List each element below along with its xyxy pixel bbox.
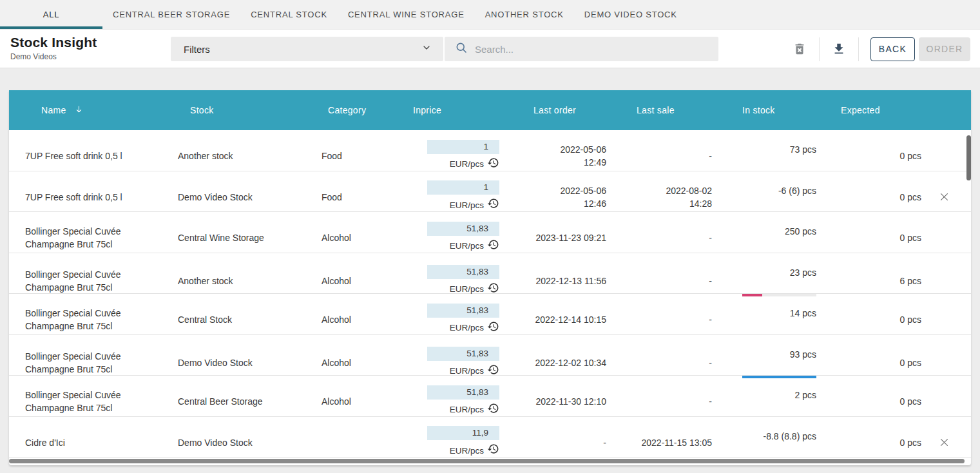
cell-in-stock: -8.8 (8.8) pcs	[712, 417, 816, 466]
cell-last-order: 2022-12-02 10:34	[499, 356, 606, 369]
column-header-last-sale[interactable]: Last sale	[606, 105, 712, 115]
cell-name: 7UP Free soft drink 0,5 l	[9, 150, 169, 162]
cell-expected: 6 pcs	[816, 275, 921, 287]
toolbar: Stock Insight Demo Videos Filters BA	[0, 30, 980, 68]
inprice-unit: EUR/pcs	[450, 365, 484, 378]
cell-last-sale: -	[606, 275, 712, 287]
in-stock-value: 23 pcs	[712, 266, 816, 279]
table-row[interactable]: 7UP Free soft drink 0,5 l Demo Video Sto…	[9, 171, 971, 213]
cell-last-order: -	[499, 436, 606, 449]
vertical-scrollbar[interactable]	[966, 135, 971, 180]
in-stock-value: -8.8 (8.8) pcs	[712, 430, 816, 443]
cell-inprice: 51,83 EUR/pcs	[402, 304, 499, 336]
download-icon[interactable]	[831, 41, 847, 57]
table-row[interactable]: Bollinger Special Cuvée Champagne Brut 7…	[9, 335, 971, 376]
table-row[interactable]: Cidre d'Ici Demo Video Stock 11,9 EUR/pc…	[9, 417, 971, 458]
price-history-icon[interactable]	[487, 402, 499, 418]
column-header-in-stock[interactable]: In stock	[712, 105, 816, 115]
page-subtitle: Demo Videos	[10, 52, 97, 61]
price-history-icon[interactable]	[487, 363, 499, 380]
price-history-icon[interactable]	[487, 320, 499, 336]
in-stock-value: -6 (6) pcs	[712, 184, 816, 197]
cell-name: Bollinger Special Cuvée Champagne Brut 7…	[9, 307, 169, 333]
inprice-value: 51,83	[427, 304, 499, 318]
table-row[interactable]: 7UP Free soft drink 0,5 l Another stock …	[9, 130, 971, 171]
cell-last-sale: -	[606, 150, 712, 162]
in-stock-value: 73 pcs	[712, 143, 816, 156]
cell-stock: Central Wine Storage	[169, 231, 312, 244]
tab-label: DEMO VIDEO STOCK	[584, 10, 677, 19]
price-history-icon[interactable]	[487, 197, 499, 213]
cell-last-order: 2022-12-13 11:56	[499, 275, 606, 287]
tab-another-stock[interactable]: ANOTHER STOCK	[475, 0, 574, 29]
inprice-unit: EUR/pcs	[450, 240, 484, 253]
cell-expected: 0 pcs	[816, 231, 921, 244]
tab-central-beer-storage[interactable]: CENTRAL BEER STORAGE	[102, 0, 240, 29]
tab-label: ALL	[43, 10, 60, 19]
cell-category: Food	[312, 150, 402, 162]
filters-dropdown[interactable]: Filters	[171, 37, 443, 61]
remove-row-icon[interactable]	[938, 191, 950, 203]
cell-stock: Another stock	[169, 275, 312, 287]
tab-demo-video-stock[interactable]: DEMO VIDEO STOCK	[574, 0, 687, 29]
cell-name: Bollinger Special Cuvée Champagne Brut 7…	[9, 350, 169, 376]
search-box	[445, 37, 718, 61]
price-history-icon[interactable]	[487, 238, 499, 255]
column-header-stock[interactable]: Stock	[169, 105, 312, 115]
cell-stock: Demo Video Stock	[169, 436, 312, 449]
column-label: Name	[41, 105, 66, 115]
cell-expected: 0 pcs	[816, 191, 921, 204]
cell-last-order: 2022-05-06 12:49	[499, 143, 606, 169]
inprice-unit: EUR/pcs	[450, 158, 484, 171]
inprice-value: 51,83	[427, 265, 499, 279]
inprice-value: 51,83	[427, 347, 499, 361]
table-row[interactable]: Bollinger Special Cuvée Champagne Brut 7…	[9, 253, 971, 294]
cell-stock: Central Stock	[169, 313, 312, 326]
cell-expected: 0 pcs	[816, 313, 921, 326]
remove-row-icon[interactable]	[938, 437, 950, 449]
column-header-last-order[interactable]: Last order	[499, 105, 606, 115]
column-header-category[interactable]: Category	[312, 105, 402, 115]
column-header-expected[interactable]: Expected	[816, 105, 921, 115]
sort-arrow-down-icon	[74, 104, 84, 117]
cell-last-sale: -	[606, 313, 712, 326]
price-history-icon[interactable]	[487, 443, 499, 459]
stock-table-card: Name Stock Category Inprice Last order L…	[9, 90, 971, 465]
search-input[interactable]	[475, 44, 711, 55]
cell-expected: 0 pcs	[816, 395, 921, 408]
toolbar-actions: BACK ORDER	[792, 37, 970, 61]
price-history-icon[interactable]	[487, 157, 499, 173]
table-row[interactable]: Bollinger Special Cuvée Champagne Brut 7…	[9, 294, 971, 335]
table-row[interactable]: Bollinger Special Cuvée Champagne Brut 7…	[9, 212, 971, 253]
column-header-inprice[interactable]: Inprice	[402, 105, 499, 115]
cell-name: Bollinger Special Cuvée Champagne Brut 7…	[9, 268, 169, 294]
price-history-icon[interactable]	[487, 282, 499, 298]
order-button[interactable]: ORDER	[919, 37, 970, 61]
inprice-value: 1	[427, 140, 499, 154]
cell-inprice: 11,9 EUR/pcs	[402, 426, 499, 459]
column-header-name[interactable]: Name	[9, 104, 169, 117]
tab-label: CENTRAL BEER STORAGE	[113, 10, 230, 19]
inprice-unit: EUR/pcs	[450, 283, 484, 296]
table-header: Name Stock Category Inprice Last order L…	[9, 90, 971, 130]
in-stock-value: 2 pcs	[712, 389, 816, 401]
horizontal-scrollbar[interactable]	[9, 459, 965, 463]
search-icon	[455, 41, 468, 57]
tab-all[interactable]: ALL	[0, 0, 102, 29]
cell-inprice: 1 EUR/pcs	[402, 140, 499, 173]
tab-central-wine-storage[interactable]: CENTRAL WINE STORAGE	[338, 0, 475, 29]
cell-stock: Central Beer Storage	[169, 395, 312, 408]
inprice-value: 1	[427, 180, 499, 195]
tab-label: CENTRAL WINE STORAGE	[348, 10, 465, 19]
table-row[interactable]: Bollinger Special Cuvée Champagne Brut 7…	[9, 376, 971, 417]
inprice-unit: EUR/pcs	[450, 403, 484, 416]
stock-insight-screen: ALLCENTRAL BEER STORAGECENTRAL STOCKCENT…	[0, 0, 980, 473]
tab-central-stock[interactable]: CENTRAL STOCK	[240, 0, 338, 29]
cell-expected: 0 pcs	[816, 150, 921, 162]
cell-last-order: 2022-05-06 12:46	[499, 184, 606, 210]
cell-inprice: 1 EUR/pcs	[402, 180, 499, 213]
cell-name: Bollinger Special Cuvée Champagne Brut 7…	[9, 225, 169, 251]
delete-icon[interactable]	[792, 41, 807, 57]
back-button[interactable]: BACK	[870, 37, 915, 61]
cell-category: Alcohol	[312, 356, 402, 369]
